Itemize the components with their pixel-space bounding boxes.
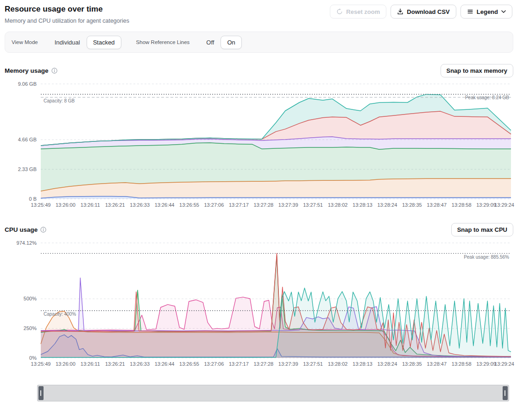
svg-text:13:28:58: 13:28:58 — [452, 202, 472, 208]
svg-text:13:29:09: 13:29:09 — [476, 202, 496, 208]
reference-lines-on[interactable]: On — [221, 36, 241, 49]
svg-text:13:28:35: 13:28:35 — [402, 361, 422, 367]
svg-text:13:28:24: 13:28:24 — [377, 202, 397, 208]
svg-text:13:27:51: 13:27:51 — [303, 202, 323, 208]
svg-text:13:26:33: 13:26:33 — [130, 361, 150, 367]
svg-text:13:26:33: 13:26:33 — [130, 202, 150, 208]
svg-text:13:28:02: 13:28:02 — [328, 202, 348, 208]
svg-text:13:28:47: 13:28:47 — [427, 361, 447, 367]
svg-text:Peak usage: 8.24 GB: Peak usage: 8.24 GB — [465, 95, 509, 100]
time-range-brush[interactable] — [37, 385, 509, 401]
reference-lines-off[interactable]: Off — [200, 36, 221, 49]
reset-zoom-label: Reset zoom — [346, 9, 380, 15]
reset-zoom-button[interactable]: Reset zoom — [330, 5, 386, 19]
page-heading-block: Resource usage over time Memory and CPU … — [5, 5, 129, 24]
svg-text:13:27:28: 13:27:28 — [253, 361, 273, 367]
download-icon — [397, 8, 404, 15]
svg-text:13:28:24: 13:28:24 — [377, 361, 397, 367]
cpu-usage-chart[interactable]: 0%250%500%974.12%13:25:4913:26:0013:26:1… — [4, 239, 514, 371]
svg-text:13:27:06: 13:27:06 — [204, 361, 224, 367]
svg-text:Capacity: 400%: Capacity: 400% — [44, 312, 76, 317]
svg-text:13:28:13: 13:28:13 — [353, 202, 372, 208]
legend-list-icon — [467, 8, 473, 15]
svg-text:9.06 GB: 9.06 GB — [18, 81, 37, 87]
svg-text:13:27:17: 13:27:17 — [229, 361, 249, 367]
svg-text:13:26:11: 13:26:11 — [81, 202, 100, 208]
svg-text:13:27:17: 13:27:17 — [229, 202, 249, 208]
info-icon[interactable] — [51, 68, 57, 74]
info-icon[interactable] — [40, 227, 46, 233]
memory-section-header: Memory usage Snap to max memory — [5, 64, 513, 77]
svg-text:13:28:35: 13:28:35 — [402, 202, 422, 208]
svg-text:13:26:00: 13:26:00 — [56, 361, 76, 367]
snap-to-max-cpu-button[interactable]: Snap to max CPU — [451, 223, 513, 236]
legend-label: Legend — [477, 9, 498, 15]
chevron-down-icon — [501, 10, 506, 13]
view-mode-individual[interactable]: Individual — [48, 36, 87, 49]
cpu-section-header: CPU usage Snap to max CPU — [5, 223, 513, 236]
svg-text:Capacity: 8 GB: Capacity: 8 GB — [44, 98, 75, 103]
svg-text:13:29:24: 13:29:24 — [494, 202, 514, 208]
brush-left-handle[interactable] — [38, 386, 44, 400]
svg-text:13:28:02: 13:28:02 — [328, 361, 348, 367]
header-buttons: Reset zoom Download CSV Legend — [330, 5, 512, 19]
svg-text:0 B: 0 B — [29, 196, 37, 202]
view-mode-label: View Mode — [12, 39, 38, 45]
svg-text:500%: 500% — [24, 296, 37, 301]
svg-text:13:25:49: 13:25:49 — [31, 202, 51, 208]
svg-text:4.66 GB: 4.66 GB — [18, 137, 37, 142]
svg-text:13:27:39: 13:27:39 — [278, 361, 298, 367]
chart-controls-toolbar: View Mode Individual Stacked Show Refere… — [5, 32, 513, 53]
svg-text:13:28:58: 13:28:58 — [452, 361, 472, 367]
cpu-usage-title: CPU usage — [5, 226, 46, 233]
svg-text:13:28:47: 13:28:47 — [427, 202, 447, 208]
page-subtitle: Memory and CPU utilization for agent cat… — [5, 18, 129, 24]
svg-text:13:26:21: 13:26:21 — [105, 361, 125, 367]
download-csv-label: Download CSV — [407, 9, 449, 15]
view-mode-stacked[interactable]: Stacked — [87, 36, 121, 49]
page-title: Resource usage over time — [5, 5, 129, 14]
resource-usage-dashboard: Resource usage over time Memory and CPU … — [0, 0, 517, 410]
svg-text:13:26:44: 13:26:44 — [155, 202, 175, 208]
memory-usage-chart[interactable]: 0 B2.33 GB4.66 GB9.06 GB13:25:4913:26:00… — [4, 80, 514, 212]
svg-text:13:26:11: 13:26:11 — [81, 361, 100, 367]
svg-text:13:26:21: 13:26:21 — [105, 202, 125, 208]
legend-button[interactable]: Legend — [460, 5, 512, 19]
memory-usage-title: Memory usage — [5, 67, 57, 74]
svg-text:13:26:55: 13:26:55 — [179, 361, 199, 367]
svg-text:13:27:51: 13:27:51 — [303, 361, 323, 367]
svg-text:13:27:28: 13:27:28 — [253, 202, 273, 208]
svg-text:13:27:39: 13:27:39 — [278, 202, 298, 208]
svg-text:974.12%: 974.12% — [17, 240, 37, 246]
svg-text:13:28:13: 13:28:13 — [353, 361, 372, 367]
brush-right-handle[interactable] — [503, 386, 508, 400]
show-reference-lines-label: Show Reference Lines — [136, 39, 190, 45]
svg-text:13:25:49: 13:25:49 — [31, 361, 51, 367]
svg-text:13:26:55: 13:26:55 — [179, 202, 199, 208]
download-csv-button[interactable]: Download CSV — [391, 5, 456, 19]
reset-icon — [336, 8, 343, 15]
svg-text:13:29:09: 13:29:09 — [476, 361, 496, 367]
snap-to-max-memory-button[interactable]: Snap to max memory — [441, 64, 514, 77]
svg-text:13:26:00: 13:26:00 — [56, 202, 76, 208]
svg-text:13:26:44: 13:26:44 — [155, 361, 175, 367]
page-header: Resource usage over time Memory and CPU … — [4, 4, 514, 24]
svg-text:13:29:24: 13:29:24 — [494, 361, 514, 367]
svg-text:2.33 GB: 2.33 GB — [18, 166, 37, 172]
svg-text:Peak usage: 885.56%: Peak usage: 885.56% — [464, 255, 509, 260]
svg-text:13:27:06: 13:27:06 — [204, 202, 224, 208]
svg-text:0%: 0% — [29, 355, 37, 361]
svg-text:250%: 250% — [24, 325, 37, 331]
